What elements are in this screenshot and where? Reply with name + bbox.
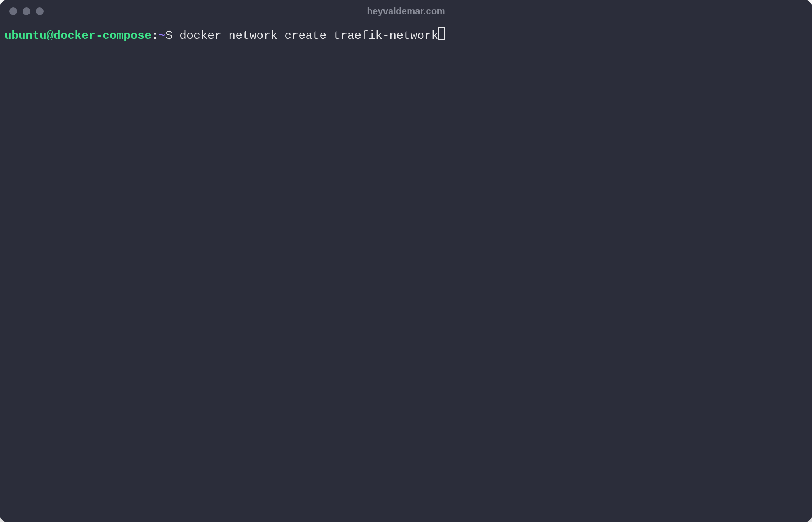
command-input[interactable]: docker network create traefik-network	[179, 28, 438, 44]
terminal-window: heyvaldemar.com ubuntu@docker-compose:~$…	[0, 0, 812, 522]
title-bar: heyvaldemar.com	[0, 0, 812, 23]
prompt-path: ~	[159, 28, 166, 44]
prompt-user-host: ubuntu@docker-compose	[5, 28, 152, 44]
prompt-line: ubuntu@docker-compose:~$ docker network …	[5, 26, 807, 44]
window-controls	[9, 7, 44, 15]
close-icon[interactable]	[9, 7, 17, 15]
window-title: heyvaldemar.com	[367, 6, 445, 17]
prompt-colon: :	[152, 28, 159, 44]
terminal-body[interactable]: ubuntu@docker-compose:~$ docker network …	[0, 23, 812, 522]
maximize-icon[interactable]	[36, 7, 44, 15]
minimize-icon[interactable]	[23, 7, 30, 15]
cursor-icon	[438, 27, 445, 40]
prompt-symbol: $	[166, 28, 179, 44]
